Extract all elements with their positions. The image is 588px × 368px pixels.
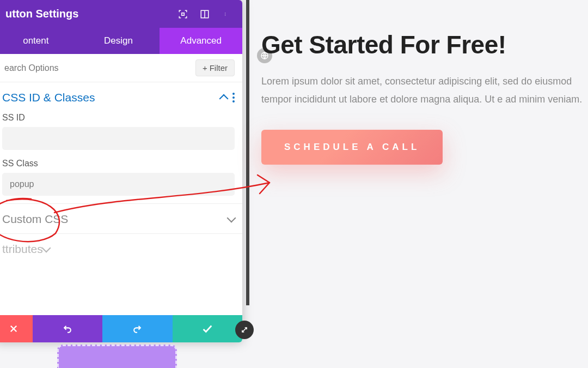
- resize-handle[interactable]: [246, 0, 249, 305]
- filter-button[interactable]: + Filter: [195, 59, 235, 76]
- filter-label: Filter: [210, 63, 228, 73]
- schedule-call-button[interactable]: SCHEDULE A CALL: [261, 130, 443, 165]
- section-controls-custom-css: [228, 217, 235, 221]
- svg-point-4: [225, 14, 225, 14]
- header-icons: [178, 9, 231, 19]
- panel-header: utton Settings: [0, 0, 242, 28]
- section-header-custom-css[interactable]: Custom CSS: [2, 213, 235, 226]
- tab-content[interactable]: ontent: [0, 28, 77, 54]
- section-attributes: ttributes: [0, 234, 57, 263]
- search-row: + Filter: [0, 54, 242, 82]
- section-more-icon[interactable]: [232, 93, 235, 102]
- section-controls-attributes: [43, 247, 50, 251]
- redo-button[interactable]: [102, 315, 172, 342]
- expand-icon[interactable]: [235, 321, 254, 339]
- focus-icon[interactable]: [178, 9, 188, 19]
- svg-point-5: [225, 15, 225, 15]
- close-button[interactable]: [0, 315, 33, 342]
- svg-point-3: [225, 13, 225, 13]
- section-title-attributes: ttributes: [2, 243, 43, 256]
- svg-rect-0: [182, 13, 185, 15]
- section-header-css[interactable]: CSS ID & Classes: [2, 91, 235, 104]
- panel-footer: [0, 315, 242, 342]
- layout-icon[interactable]: [200, 9, 210, 19]
- section-css-id-classes: CSS ID & Classes SS ID SS Class: [0, 82, 242, 204]
- settings-tabs: ontent Design Advanced: [0, 28, 242, 54]
- tab-design[interactable]: Design: [77, 28, 160, 54]
- section-controls: [220, 93, 235, 102]
- panel-scroll[interactable]: CSS ID & Classes SS ID SS Class Custom C…: [0, 82, 242, 315]
- section-title-custom-css: Custom CSS: [2, 213, 68, 226]
- panel-title: utton Settings: [5, 8, 78, 20]
- input-css-id[interactable]: [2, 127, 235, 150]
- svg-line-9: [242, 328, 247, 332]
- page-headline: Get Started For Free!: [261, 30, 583, 59]
- tab-advanced[interactable]: Advanced: [160, 28, 242, 54]
- page-content: Get Started For Free! Lorem ipsum dolor …: [261, 30, 588, 165]
- more-icon[interactable]: [222, 9, 231, 19]
- search-input[interactable]: [2, 60, 195, 76]
- chevron-down-icon[interactable]: [41, 244, 51, 253]
- plus-icon: +: [203, 63, 207, 73]
- chevron-down-icon[interactable]: [227, 214, 236, 223]
- input-css-class[interactable]: [2, 173, 235, 196]
- undo-button[interactable]: [33, 315, 102, 342]
- section-header-attributes[interactable]: ttributes: [2, 243, 50, 256]
- label-css-id: SS ID: [2, 113, 235, 123]
- module-placeholder[interactable]: [57, 345, 177, 368]
- label-css-class: SS Class: [2, 159, 235, 168]
- save-button[interactable]: [173, 315, 242, 342]
- chevron-up-icon[interactable]: [219, 94, 229, 104]
- section-custom-css: Custom CSS: [0, 204, 242, 234]
- section-title-css: CSS ID & Classes: [2, 91, 95, 104]
- button-settings-panel: utton Settings ontent Design Advanced: [0, 0, 242, 342]
- page-body: Lorem ipsum dolor sit amet, consectetur …: [261, 73, 583, 109]
